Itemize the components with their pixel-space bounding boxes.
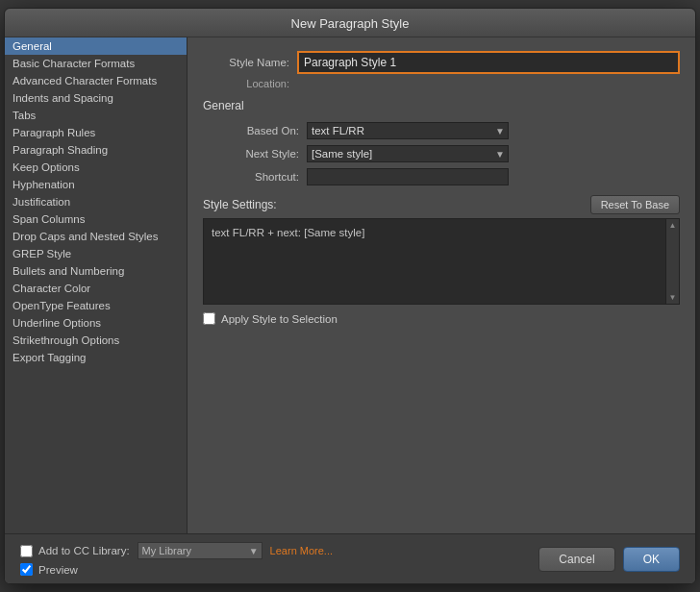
footer-right: Cancel OK: [538, 547, 680, 572]
apply-style-label: Apply Style to Selection: [221, 313, 338, 325]
next-style-select[interactable]: [Same style]: [307, 145, 509, 162]
apply-style-row: Apply Style to Selection: [203, 312, 680, 325]
next-style-label: Next Style:: [203, 148, 299, 160]
sidebar-item[interactable]: OpenType Features: [5, 297, 187, 314]
dialog-title: New Paragraph Style: [5, 9, 695, 37]
style-name-row: Style Name:: [203, 51, 680, 74]
sidebar-item[interactable]: Drop Caps and Nested Styles: [5, 228, 187, 245]
sidebar-item[interactable]: Indents and Spacing: [5, 89, 187, 107]
based-on-select-wrapper: text FL/RR ▼: [307, 122, 509, 139]
sidebar-item[interactable]: Justification: [5, 193, 187, 210]
sidebar-item[interactable]: Advanced Character Formats: [5, 72, 187, 89]
sidebar-item[interactable]: Bullets and Numbering: [5, 262, 187, 280]
dialog-body: GeneralBasic Character FormatsAdvanced C…: [5, 37, 695, 533]
sidebar-item[interactable]: Underline Options: [5, 314, 187, 332]
next-style-select-wrapper: [Same style] ▼: [307, 145, 509, 162]
footer-buttons: Cancel OK: [538, 547, 680, 572]
preview-label: Preview: [38, 564, 78, 576]
learn-more-link[interactable]: Learn More...: [270, 545, 333, 556]
settings-scrollbar[interactable]: ▲ ▼: [665, 219, 679, 304]
style-name-input[interactable]: [297, 51, 680, 74]
scroll-up-icon[interactable]: ▲: [667, 219, 679, 232]
style-settings-header: Style Settings: Reset To Base: [203, 195, 680, 214]
sidebar-item[interactable]: Hyphenation: [5, 176, 187, 193]
sidebar-item[interactable]: Paragraph Rules: [5, 124, 187, 141]
reset-to-base-button[interactable]: Reset To Base: [590, 195, 680, 214]
sidebar-item[interactable]: General: [5, 37, 187, 55]
cc-library-section: Add to CC Library: My Library ▼ Learn Mo…: [20, 542, 333, 576]
apply-style-checkbox[interactable]: [203, 312, 215, 325]
main-content: Style Name: Location: General Based On: …: [188, 37, 695, 533]
footer-left: Add to CC Library: My Library ▼ Learn Mo…: [20, 542, 538, 576]
shortcut-row: Shortcut:: [203, 168, 680, 185]
sidebar-item[interactable]: Keep Options: [5, 159, 187, 176]
next-style-row: Next Style: [Same style] ▼: [203, 145, 680, 162]
preview-checkbox[interactable]: [20, 563, 33, 576]
sidebar-item[interactable]: GREP Style: [5, 245, 187, 262]
based-on-row: Based On: text FL/RR ▼: [203, 122, 680, 139]
cc-library-select[interactable]: My Library: [138, 542, 262, 559]
based-on-select[interactable]: text FL/RR: [307, 122, 509, 139]
sidebar-item[interactable]: Strikethrough Options: [5, 332, 187, 349]
dialog-footer: Add to CC Library: My Library ▼ Learn Mo…: [5, 533, 695, 583]
ok-button[interactable]: OK: [623, 547, 680, 572]
sidebar-item[interactable]: Character Color: [5, 280, 187, 297]
location-row: Location:: [203, 78, 680, 89]
shortcut-input[interactable]: [307, 168, 509, 185]
settings-content: text FL/RR + next: [Same style]: [212, 227, 671, 238]
style-settings-label: Style Settings:: [203, 198, 277, 211]
cc-library-checkbox[interactable]: [20, 545, 33, 557]
sidebar: GeneralBasic Character FormatsAdvanced C…: [5, 37, 188, 533]
sidebar-item[interactable]: Basic Character Formats: [5, 55, 187, 72]
cancel-button[interactable]: Cancel: [538, 547, 614, 572]
sidebar-item[interactable]: Export Tagging: [5, 349, 187, 366]
cc-library-select-wrapper: My Library ▼: [138, 542, 262, 559]
settings-box: text FL/RR + next: [Same style] ▲ ▼: [203, 218, 680, 305]
style-name-label: Style Name:: [203, 57, 289, 68]
sidebar-item[interactable]: Tabs: [5, 107, 187, 124]
scroll-down-icon[interactable]: ▼: [667, 291, 679, 304]
general-section-label: General: [203, 99, 680, 112]
sidebar-item[interactable]: Span Columns: [5, 210, 187, 228]
based-on-label: Based On:: [203, 125, 299, 136]
sidebar-item[interactable]: Paragraph Shading: [5, 141, 187, 159]
location-label: Location:: [203, 78, 289, 89]
new-paragraph-style-dialog: New Paragraph Style GeneralBasic Charact…: [4, 8, 696, 584]
shortcut-label: Shortcut:: [203, 171, 299, 183]
preview-row: Preview: [20, 563, 333, 576]
cc-library-label: Add to CC Library:: [38, 545, 130, 556]
